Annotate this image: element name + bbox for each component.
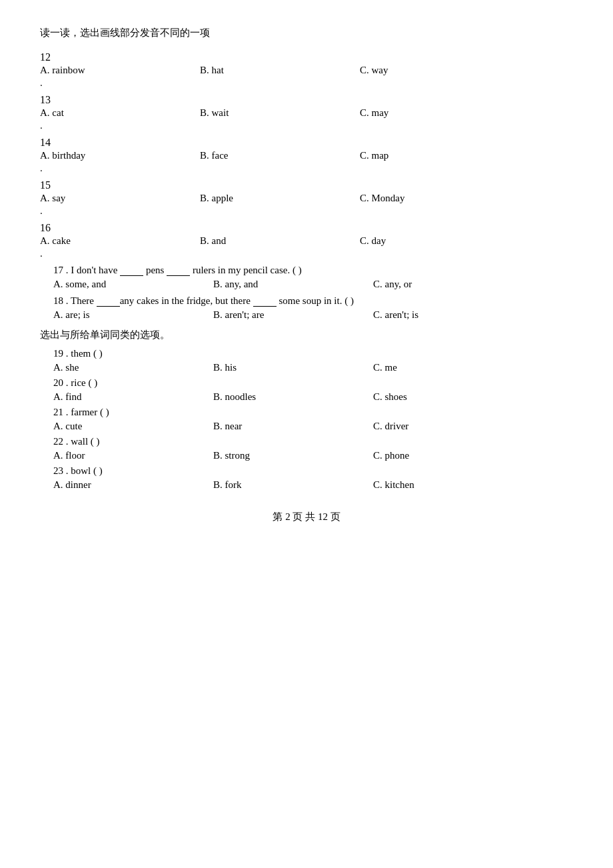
q17-num: 17 . I don't have [53,265,120,275]
q21-num: 21 . farmer [53,407,100,417]
q14-num: 14 [40,137,573,149]
q12-opt-a: A. rainbow [40,65,200,76]
q13-dot: . [40,120,573,131]
question-16: 16A. cakeB. andC. day. [40,222,573,259]
q20-num: 20 . rice [53,377,88,388]
q20-paren: ( ) [88,377,97,388]
q19-opt-a: A. she [53,362,213,373]
q19-paren: ( ) [93,348,103,359]
q19-word-line: 19 . them ( ) [53,348,573,359]
q12-opt-b: B. hat [200,65,360,76]
q18-mid: any cakes in the fridge, but there [120,295,253,306]
q16-dot: . [40,248,573,259]
q22-opt-b: B. strong [213,450,373,461]
section1-title: 读一读，选出画线部分发音不同的一项 [40,27,573,39]
q17-paren: ( ) [293,265,302,275]
section2-title: 选出与所给单词同类的选项。 [40,329,573,341]
q21-options: A. cuteB. nearC. driver [53,421,573,432]
phonics-section: 12A. rainbowB. hatC. way.13A. catB. wait… [40,51,573,259]
q13-opt-c: C. may [360,107,520,119]
q17-opt-a: A. some, and [53,279,213,290]
q16-opt-b: B. and [200,235,360,247]
q18-paren: ( ) [344,295,354,306]
q20-options: A. findB. noodlesC. shoes [53,391,573,403]
question-15: 15A. sayB. appleC. Monday. [40,179,573,217]
q23-word-line: 23 . bowl ( ) [53,465,573,477]
q13-options: A. catB. waitC. may [40,107,573,119]
q17-after: rulers in my pencil case. [190,265,293,275]
q18-opt-a: A. are; is [53,309,213,321]
question-14: 14A. birthdayB. faceC. map. [40,137,573,174]
q23-opt-a: A. dinner [53,479,213,491]
question-23: 23 . bowl ( )A. dinnerB. forkC. kitchen [40,465,573,491]
q18-blank1 [97,296,120,307]
q17-options: A. some, and B. any, and C. any, or [53,279,573,290]
q18-options: A. are; is B. aren't; are C. aren't; is [53,309,573,321]
q12-num: 12 [40,51,573,63]
q16-opt-c: C. day [360,235,520,247]
q21-opt-b: B. near [213,421,373,432]
question-22: 22 . wall ( )A. floorB. strongC. phone [40,436,573,461]
q12-options: A. rainbowB. hatC. way [40,65,573,76]
q21-opt-c: C. driver [373,421,533,432]
q18-text: 18 . There any cakes in the fridge, but … [53,295,573,307]
q15-options: A. sayB. appleC. Monday [40,193,573,204]
q19-options: A. sheB. hisC. me [53,362,573,373]
q15-opt-a: A. say [40,193,200,204]
question-18: 18 . There any cakes in the fridge, but … [40,295,573,321]
q19-num: 19 . them [53,348,93,359]
word-section: 19 . them ( )A. sheB. hisC. me20 . rice … [40,348,573,491]
q21-paren: ( ) [100,407,109,417]
q23-num: 23 . bowl [53,465,93,476]
q17-opt-b: B. any, and [213,279,373,290]
q15-opt-b: B. apple [200,193,360,204]
q13-num: 13 [40,94,573,106]
q16-options: A. cakeB. andC. day [40,235,573,247]
question-19: 19 . them ( )A. sheB. hisC. me [40,348,573,373]
q18-opt-c: C. aren't; is [373,309,533,321]
q15-opt-c: C. Monday [360,193,520,204]
q14-opt-c: C. map [360,150,520,161]
q14-opt-a: A. birthday [40,150,200,161]
question-12: 12A. rainbowB. hatC. way. [40,51,573,89]
q13-opt-b: B. wait [200,107,360,119]
q21-word-line: 21 . farmer ( ) [53,407,573,418]
q18-opt-b: B. aren't; are [213,309,373,321]
q23-paren: ( ) [93,465,103,476]
q15-num: 15 [40,179,573,191]
q22-options: A. floorB. strongC. phone [53,450,573,461]
q17-opt-c: C. any, or [373,279,533,290]
question-13: 13A. catB. waitC. may. [40,94,573,131]
question-20: 20 . rice ( )A. findB. noodlesC. shoes [40,377,573,403]
q21-opt-a: A. cute [53,421,213,432]
q23-opt-c: C. kitchen [373,479,533,491]
q19-opt-b: B. his [213,362,373,373]
q22-opt-a: A. floor [53,450,213,461]
q20-opt-a: A. find [53,391,213,403]
q14-dot: . [40,163,573,174]
q14-opt-b: B. face [200,150,360,161]
q19-opt-c: C. me [373,362,533,373]
q16-num: 16 [40,222,573,234]
q22-num: 22 . wall [53,436,91,447]
q17-text: 17 . I don't have pens rulers in my penc… [53,265,573,276]
q12-opt-c: C. way [360,65,520,76]
q17-blank2 [167,265,190,276]
q16-opt-a: A. cake [40,235,200,247]
q15-dot: . [40,205,573,217]
q22-paren: ( ) [91,436,100,447]
q13-opt-a: A. cat [40,107,200,119]
q22-word-line: 22 . wall ( ) [53,436,573,447]
q17-mid: pens [143,265,167,275]
q20-opt-c: C. shoes [373,391,533,403]
q22-opt-c: C. phone [373,450,533,461]
question-17: 17 . I don't have pens rulers in my penc… [40,265,573,290]
q20-word-line: 20 . rice ( ) [53,377,573,389]
q18-blank2 [253,296,277,307]
q23-options: A. dinnerB. forkC. kitchen [53,479,573,491]
q12-dot: . [40,77,573,89]
q18-after: some soup in it. [277,295,345,306]
question-21: 21 . farmer ( )A. cuteB. nearC. driver [40,407,573,432]
q20-opt-b: B. noodles [213,391,373,403]
q23-opt-b: B. fork [213,479,373,491]
